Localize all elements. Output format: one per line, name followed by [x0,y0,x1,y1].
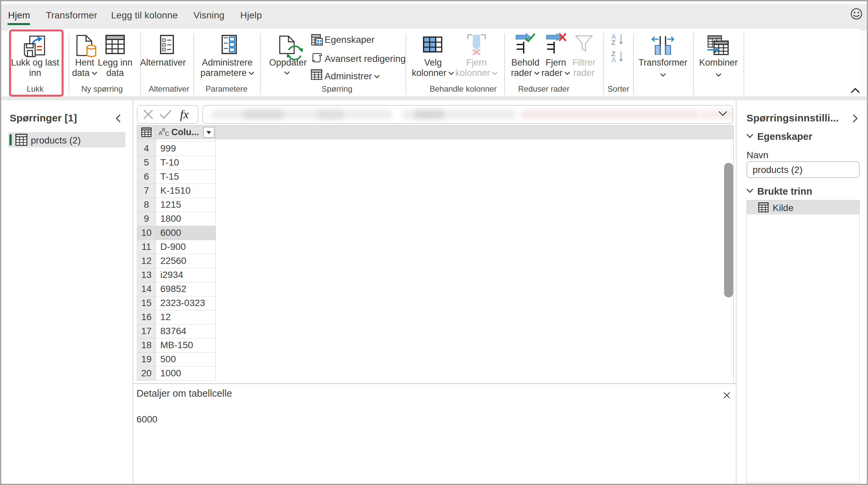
svg-text:A: A [611,56,616,64]
svg-text:C: C [165,131,169,137]
svg-text:Z: Z [611,39,615,46]
